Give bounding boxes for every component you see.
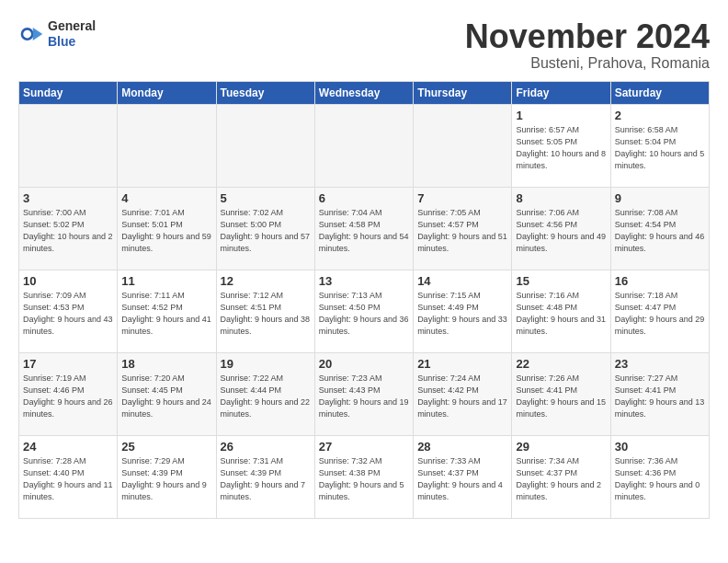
day-number: 28: [417, 440, 507, 454]
day-info: Sunrise: 7:22 AM Sunset: 4:44 PM Dayligh…: [221, 373, 311, 420]
calendar-cell: 22Sunrise: 7:26 AM Sunset: 4:41 PM Dayli…: [512, 352, 610, 435]
day-number: 4: [121, 191, 211, 205]
day-info: Sunrise: 7:15 AM Sunset: 4:49 PM Dayligh…: [417, 290, 507, 338]
logo-blue: Blue: [48, 34, 96, 50]
calendar-cell: 14Sunrise: 7:15 AM Sunset: 4:49 PM Dayli…: [414, 270, 512, 352]
day-number: 14: [417, 274, 507, 288]
day-number: 16: [615, 274, 705, 288]
header-area: General Blue November 2024 Busteni, Prah…: [18, 18, 710, 72]
day-number: 22: [516, 357, 606, 371]
week-row-4: 17Sunrise: 7:19 AM Sunset: 4:46 PM Dayli…: [19, 352, 710, 435]
calendar-cell: 6Sunrise: 7:04 AM Sunset: 4:58 PM Daylig…: [314, 187, 413, 270]
calendar-cell: 26Sunrise: 7:31 AM Sunset: 4:39 PM Dayli…: [216, 435, 314, 518]
day-number: 19: [221, 357, 311, 371]
calendar-cell: 25Sunrise: 7:29 AM Sunset: 4:39 PM Dayli…: [118, 435, 216, 518]
day-info: Sunrise: 7:20 AM Sunset: 4:45 PM Dayligh…: [121, 373, 211, 420]
day-number: 13: [319, 274, 409, 288]
day-info: Sunrise: 6:57 AM Sunset: 5:05 PM Dayligh…: [516, 124, 606, 172]
day-info: Sunrise: 6:58 AM Sunset: 5:04 PM Dayligh…: [615, 124, 705, 172]
day-info: Sunrise: 7:05 AM Sunset: 4:57 PM Dayligh…: [417, 207, 507, 255]
day-number: 18: [121, 357, 211, 371]
day-number: 8: [516, 191, 606, 205]
calendar-cell: 30Sunrise: 7:36 AM Sunset: 4:36 PM Dayli…: [610, 435, 709, 518]
day-info: Sunrise: 7:27 AM Sunset: 4:41 PM Dayligh…: [615, 373, 705, 420]
day-info: Sunrise: 7:28 AM Sunset: 4:40 PM Dayligh…: [23, 455, 113, 503]
day-info: Sunrise: 7:11 AM Sunset: 4:52 PM Dayligh…: [121, 290, 211, 338]
day-number: 17: [23, 357, 113, 371]
day-number: 27: [319, 440, 409, 454]
calendar-cell: 4Sunrise: 7:01 AM Sunset: 5:01 PM Daylig…: [118, 187, 216, 270]
day-info: Sunrise: 7:06 AM Sunset: 4:56 PM Dayligh…: [516, 207, 606, 255]
day-info: Sunrise: 7:24 AM Sunset: 4:42 PM Dayligh…: [417, 373, 507, 420]
day-number: 20: [319, 357, 409, 371]
day-info: Sunrise: 7:08 AM Sunset: 4:54 PM Dayligh…: [615, 207, 705, 255]
day-info: Sunrise: 7:29 AM Sunset: 4:39 PM Dayligh…: [121, 455, 211, 503]
day-number: 12: [221, 274, 311, 288]
day-info: Sunrise: 7:23 AM Sunset: 4:43 PM Dayligh…: [319, 373, 409, 420]
calendar-cell: 20Sunrise: 7:23 AM Sunset: 4:43 PM Dayli…: [314, 352, 413, 435]
calendar-cell: 12Sunrise: 7:12 AM Sunset: 4:51 PM Dayli…: [216, 270, 314, 352]
svg-marker-1: [33, 28, 43, 40]
calendar-cell: 13Sunrise: 7:13 AM Sunset: 4:50 PM Dayli…: [314, 270, 413, 352]
day-info: Sunrise: 7:00 AM Sunset: 5:02 PM Dayligh…: [23, 207, 113, 255]
logo: General Blue: [18, 18, 96, 50]
calendar-cell: 18Sunrise: 7:20 AM Sunset: 4:45 PM Dayli…: [118, 352, 216, 435]
calendar-cell: [118, 104, 216, 187]
day-info: Sunrise: 7:18 AM Sunset: 4:47 PM Dayligh…: [615, 290, 705, 338]
calendar-cell: 8Sunrise: 7:06 AM Sunset: 4:56 PM Daylig…: [512, 187, 610, 270]
calendar-cell: 24Sunrise: 7:28 AM Sunset: 4:40 PM Dayli…: [19, 435, 118, 518]
day-info: Sunrise: 7:16 AM Sunset: 4:48 PM Dayligh…: [516, 290, 606, 338]
title-area: November 2024 Busteni, Prahova, Romania: [465, 18, 710, 72]
day-info: Sunrise: 7:26 AM Sunset: 4:41 PM Dayligh…: [516, 373, 606, 420]
calendar-cell: [19, 104, 118, 187]
weekday-header-sunday: Sunday: [19, 81, 118, 104]
weekday-header-row: SundayMondayTuesdayWednesdayThursdayFrid…: [19, 81, 710, 104]
weekday-header-thursday: Thursday: [414, 81, 512, 104]
day-number: 7: [417, 191, 507, 205]
calendar-cell: 16Sunrise: 7:18 AM Sunset: 4:47 PM Dayli…: [610, 270, 709, 352]
logo-text: General Blue: [48, 18, 96, 50]
calendar-cell: 10Sunrise: 7:09 AM Sunset: 4:53 PM Dayli…: [19, 270, 118, 352]
weekday-header-monday: Monday: [118, 81, 216, 104]
day-number: 29: [516, 440, 606, 454]
weekday-header-wednesday: Wednesday: [314, 81, 413, 104]
calendar-cell: [216, 104, 314, 187]
day-number: 5: [221, 191, 311, 205]
day-info: Sunrise: 7:13 AM Sunset: 4:50 PM Dayligh…: [319, 290, 409, 338]
calendar-cell: 19Sunrise: 7:22 AM Sunset: 4:44 PM Dayli…: [216, 352, 314, 435]
day-info: Sunrise: 7:04 AM Sunset: 4:58 PM Dayligh…: [319, 207, 409, 255]
day-number: 6: [319, 191, 409, 205]
day-number: 25: [121, 440, 211, 454]
day-number: 15: [516, 274, 606, 288]
calendar-cell: [414, 104, 512, 187]
logo-icon: [18, 21, 44, 47]
day-number: 30: [615, 440, 705, 454]
calendar-cell: 5Sunrise: 7:02 AM Sunset: 5:00 PM Daylig…: [216, 187, 314, 270]
calendar-cell: 21Sunrise: 7:24 AM Sunset: 4:42 PM Dayli…: [414, 352, 512, 435]
day-number: 9: [615, 191, 705, 205]
day-number: 2: [615, 109, 705, 122]
week-row-2: 3Sunrise: 7:00 AM Sunset: 5:02 PM Daylig…: [19, 187, 710, 270]
day-number: 11: [121, 274, 211, 288]
logo-general: General: [48, 18, 96, 34]
day-info: Sunrise: 7:19 AM Sunset: 4:46 PM Dayligh…: [23, 373, 113, 420]
weekday-header-tuesday: Tuesday: [216, 81, 314, 104]
calendar-cell: 15Sunrise: 7:16 AM Sunset: 4:48 PM Dayli…: [512, 270, 610, 352]
day-info: Sunrise: 7:02 AM Sunset: 5:00 PM Dayligh…: [221, 207, 311, 255]
day-number: 21: [417, 357, 507, 371]
day-info: Sunrise: 7:12 AM Sunset: 4:51 PM Dayligh…: [221, 290, 311, 338]
calendar-cell: 7Sunrise: 7:05 AM Sunset: 4:57 PM Daylig…: [414, 187, 512, 270]
day-number: 23: [615, 357, 705, 371]
day-number: 3: [23, 191, 113, 205]
week-row-3: 10Sunrise: 7:09 AM Sunset: 4:53 PM Dayli…: [19, 270, 710, 352]
day-number: 24: [23, 440, 113, 454]
day-info: Sunrise: 7:31 AM Sunset: 4:39 PM Dayligh…: [221, 455, 311, 503]
calendar-cell: 1Sunrise: 6:57 AM Sunset: 5:05 PM Daylig…: [512, 104, 610, 187]
day-number: 26: [221, 440, 311, 454]
calendar-cell: 17Sunrise: 7:19 AM Sunset: 4:46 PM Dayli…: [19, 352, 118, 435]
day-info: Sunrise: 7:32 AM Sunset: 4:38 PM Dayligh…: [319, 455, 409, 503]
month-title: November 2024: [465, 18, 710, 55]
day-info: Sunrise: 7:01 AM Sunset: 5:01 PM Dayligh…: [121, 207, 211, 255]
day-number: 1: [516, 109, 606, 122]
calendar-cell: [314, 104, 413, 187]
